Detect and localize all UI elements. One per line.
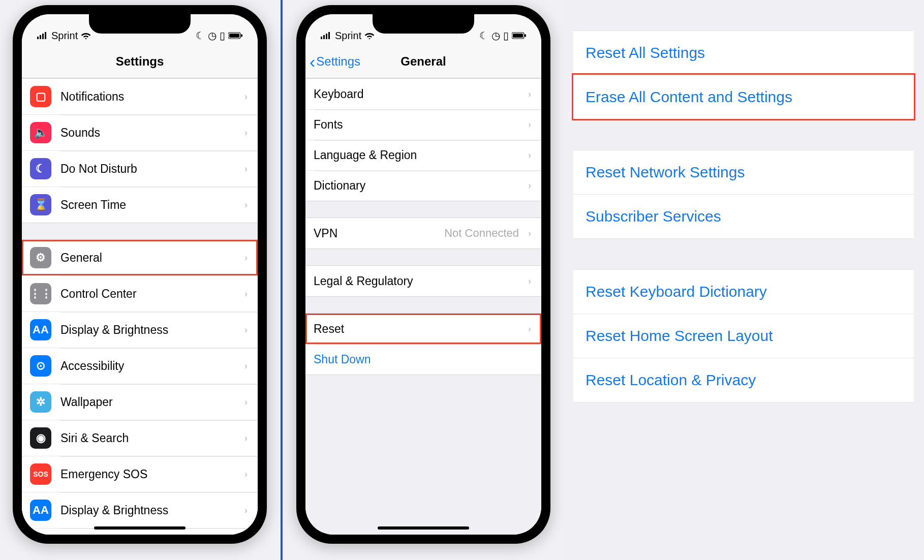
row-label: Legal & Regulatory (314, 274, 519, 288)
signal-icon (321, 30, 332, 42)
chevron-right-icon: › (528, 324, 531, 334)
general-row[interactable]: Reset› (305, 314, 541, 344)
row-label: Do Not Disturb (60, 162, 235, 176)
reset-option[interactable]: Reset Location & Privacy (573, 358, 914, 402)
settings-list[interactable]: ▢Notifications›🔈Sounds›☾Do Not Disturb›⌛… (22, 78, 258, 535)
back-label: Settings (316, 54, 360, 69)
moon-icon: ☾ (196, 29, 205, 42)
carrier-label: Sprint (51, 30, 78, 42)
row-label: Dictionary (314, 179, 519, 193)
display-icon-2: AA (30, 500, 51, 521)
clock-icon: ◷ (491, 29, 500, 42)
phone-general: Sprint ☾ ◷ ▯ ‹ Settings (284, 0, 563, 560)
settings-row[interactable]: ⚙General› (22, 240, 258, 275)
general-row[interactable]: Legal & Regulatory› (305, 266, 541, 296)
settings-row[interactable]: SOSEmergency SOS› (22, 456, 258, 492)
settings-row[interactable]: ▢Notifications› (22, 79, 258, 114)
home-indicator[interactable] (94, 526, 186, 530)
notifications-icon: ▢ (30, 86, 51, 107)
chevron-right-icon: › (528, 119, 531, 130)
svg-rect-7 (321, 37, 322, 39)
row-label: Keyboard (314, 87, 519, 101)
battery-icon (512, 30, 526, 42)
reset-option[interactable]: Reset All Settings (573, 31, 914, 75)
battery-icon (228, 30, 242, 42)
settings-row[interactable]: AADisplay & Brightness› (22, 492, 258, 528)
general-list[interactable]: Keyboard›Fonts›Language & Region›Diction… (305, 78, 541, 535)
chevron-right-icon: › (244, 200, 248, 210)
chevron-right-icon: › (528, 228, 531, 239)
row-label: Accessibility (60, 359, 235, 373)
chevron-right-icon: › (244, 397, 248, 408)
chevron-right-icon: › (244, 253, 248, 263)
sos-icon: SOS (30, 463, 51, 485)
notch (89, 14, 191, 34)
control-center-icon: ⋮⋮ (30, 283, 51, 304)
row-detail: Not Connected (444, 227, 519, 240)
reset-group: Reset All SettingsErase All Content and … (573, 30, 914, 119)
wifi-icon (364, 30, 375, 42)
svg-rect-13 (525, 34, 526, 37)
row-label: Fonts (314, 118, 519, 132)
svg-rect-8 (323, 35, 325, 39)
general-title: General (401, 54, 446, 69)
svg-rect-3 (45, 32, 46, 39)
row-label: Reset (314, 322, 519, 336)
svg-rect-0 (37, 37, 39, 39)
screen: Sprint ☾ ◷ ▯ Settings ▢Notifications (22, 14, 258, 535)
settings-row[interactable]: ⋮⋮Control Center› (22, 275, 258, 312)
svg-rect-2 (42, 34, 44, 39)
general-row[interactable]: Fonts› (305, 109, 541, 140)
general-row[interactable]: VPNNot Connected› (305, 218, 541, 248)
settings-row[interactable]: ⊙Accessibility› (22, 348, 258, 384)
box-icon: ▯ (503, 29, 509, 42)
settings-row[interactable]: ⌛Screen Time› (22, 186, 258, 223)
reset-option[interactable]: Erase All Content and Settings (573, 75, 914, 119)
row-label: Notifications (60, 90, 235, 104)
reset-group: Reset Keyboard DictionaryReset Home Scre… (573, 269, 914, 402)
reset-option[interactable]: Reset Network Settings (573, 150, 914, 194)
general-row[interactable]: Keyboard› (305, 79, 541, 109)
row-label: Wallpaper (60, 395, 235, 409)
chevron-right-icon: › (244, 289, 248, 299)
box-icon: ▯ (220, 29, 225, 42)
general-row[interactable]: Language & Region› (305, 140, 541, 170)
chevron-right-icon: › (244, 361, 248, 371)
svg-rect-10 (328, 32, 330, 39)
navbar-settings: Settings (22, 45, 258, 78)
reset-panel: Reset All SettingsErase All Content and … (563, 0, 924, 560)
screentime-icon: ⌛ (30, 194, 51, 215)
settings-row[interactable]: ◉Siri & Search› (22, 420, 258, 456)
siri-icon: ◉ (30, 427, 51, 449)
back-button[interactable]: ‹ Settings (310, 45, 360, 78)
reset-option[interactable]: Reset Home Screen Layout (573, 314, 914, 358)
general-icon: ⚙ (30, 247, 51, 268)
wifi-icon (81, 30, 91, 42)
general-row[interactable]: Shut Down (305, 344, 541, 375)
svg-rect-1 (40, 35, 41, 39)
wallpaper-icon: ✲ (30, 391, 51, 413)
navbar-general: ‹ Settings General (305, 45, 541, 78)
reset-option[interactable]: Reset Keyboard Dictionary (573, 270, 914, 314)
chevron-right-icon: › (244, 164, 248, 174)
reset-option[interactable]: Subscriber Services (573, 194, 914, 238)
settings-row[interactable]: ✲Wallpaper› (22, 384, 258, 420)
svg-rect-6 (241, 34, 242, 37)
dnd-icon: ☾ (30, 158, 51, 179)
row-label: General (60, 251, 235, 265)
accessibility-icon: ⊙ (30, 355, 51, 377)
home-indicator[interactable] (378, 526, 469, 530)
chevron-right-icon: › (244, 469, 248, 480)
chevron-right-icon: › (244, 91, 248, 102)
settings-row[interactable]: ☾Do Not Disturb› (22, 150, 258, 186)
general-row[interactable]: Dictionary› (305, 170, 541, 201)
row-label: VPN (314, 227, 435, 240)
row-label: Language & Region (314, 148, 519, 162)
svg-rect-9 (326, 34, 327, 39)
settings-row[interactable]: AADisplay & Brightness› (22, 312, 258, 348)
chevron-right-icon: › (528, 89, 531, 100)
clock-icon: ◷ (208, 29, 217, 42)
screen: Sprint ☾ ◷ ▯ ‹ Settings (305, 14, 541, 535)
row-label: Shut Down (314, 353, 531, 366)
settings-row[interactable]: 🔈Sounds› (22, 114, 258, 150)
